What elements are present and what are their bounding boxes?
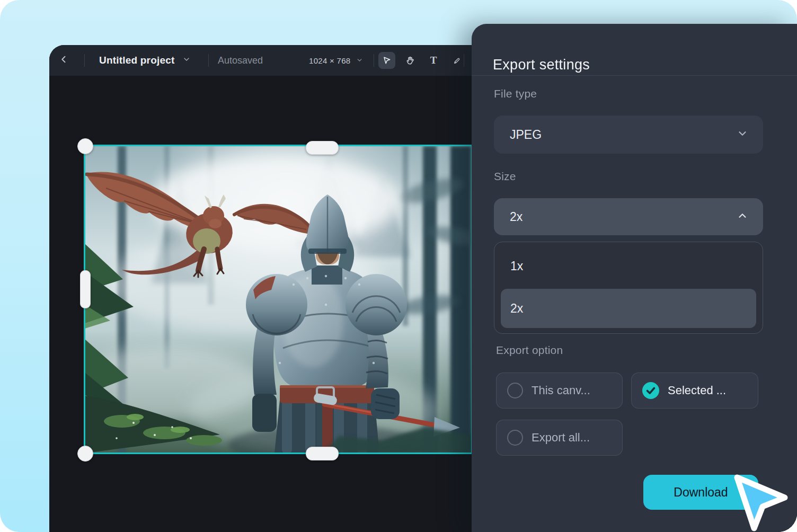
export-settings-panel: Export settings File type JPEG Size 2x 1…: [472, 24, 797, 532]
tool-group: T: [378, 45, 465, 76]
panel-title: Export settings: [493, 57, 590, 73]
chevron-left-icon: [59, 55, 69, 66]
export-option-this-canvas[interactable]: This canv...: [496, 373, 623, 409]
export-option-export-all[interactable]: Export all...: [496, 420, 623, 456]
canvas-size-value: 1024 × 768: [309, 56, 351, 65]
selection-handle-bottom-left[interactable]: [77, 446, 93, 462]
knight-dragon-photo: [85, 146, 472, 453]
file-type-label: File type: [494, 87, 537, 100]
selection-handle-top-left[interactable]: [77, 138, 93, 154]
pen-tool-button[interactable]: [448, 52, 465, 69]
chevron-down-icon: [182, 55, 191, 66]
panel-divider: [472, 75, 797, 76]
toolbar-separator: [464, 54, 464, 67]
chevron-up-icon: [737, 210, 748, 224]
export-option-selected[interactable]: Selected ...: [631, 373, 758, 409]
canvas-size-dropdown[interactable]: 1024 × 768: [309, 45, 363, 76]
size-dropdown-menu: 1x 2x: [494, 242, 763, 334]
radio-unselected-icon: [507, 383, 523, 398]
text-tool-button[interactable]: T: [425, 52, 442, 69]
check-circle-icon: [642, 382, 659, 399]
size-option-2x[interactable]: 2x: [501, 289, 756, 328]
size-option-1x[interactable]: 1x: [501, 246, 756, 286]
select-tool-button[interactable]: [378, 52, 395, 69]
cursor-icon: [382, 56, 392, 66]
hand-icon: [405, 56, 415, 66]
selected-image[interactable]: [85, 146, 472, 453]
hand-tool-button[interactable]: [402, 52, 419, 69]
selection-handle-left-middle[interactable]: [80, 270, 91, 308]
selection-handle-top-center[interactable]: [306, 141, 339, 155]
chevron-down-icon: [356, 56, 363, 65]
pen-icon: [452, 56, 462, 66]
radio-unselected-icon: [507, 430, 523, 446]
project-name-menu[interactable]: Untitled project: [99, 45, 191, 76]
app-screenshot: Untitled project Autosaved 1024 × 768: [0, 0, 797, 532]
back-button[interactable]: [54, 45, 75, 76]
autosave-status: Autosaved: [218, 45, 263, 76]
chevron-down-icon: [737, 128, 748, 141]
toolbar-separator: [84, 54, 85, 67]
toolbar-separator: [208, 54, 209, 67]
export-option-label: Export option: [496, 344, 563, 357]
selection-handle-bottom-center[interactable]: [306, 447, 339, 460]
size-value: 2x: [510, 210, 523, 224]
project-title: Untitled project: [99, 55, 175, 66]
text-icon: T: [430, 55, 437, 66]
download-button[interactable]: Download: [643, 475, 758, 510]
toolbar-separator: [374, 54, 374, 67]
file-type-value: JPEG: [510, 128, 542, 142]
size-select[interactable]: 2x: [494, 198, 763, 235]
size-label: Size: [494, 170, 516, 183]
file-type-select[interactable]: JPEG: [494, 116, 763, 154]
